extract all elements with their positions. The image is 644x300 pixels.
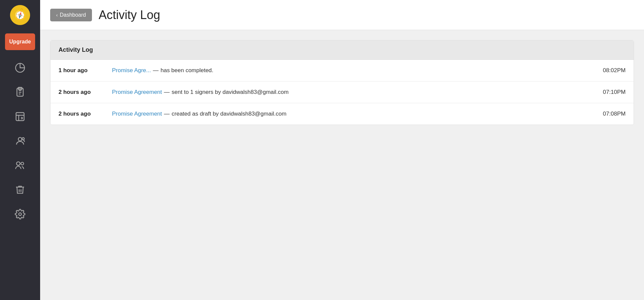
activity-timestamp-1: 08:02PM	[592, 67, 626, 74]
activity-log-card-header: Activity Log	[50, 40, 634, 60]
chevron-left-icon: ‹	[56, 12, 58, 18]
sidebar-item-settings[interactable]	[0, 203, 40, 225]
sidebar-item-documents[interactable]	[0, 81, 40, 103]
svg-point-12	[19, 213, 21, 215]
activity-description-3: created as draft by davidwalsh83@gmail.c…	[172, 111, 286, 117]
activity-description-1: has been completed.	[160, 67, 213, 74]
activity-link-1[interactable]: Promise Agre...	[112, 67, 151, 74]
main-area: ‹ Dashboard Activity Log Activity Log 1 …	[40, 0, 644, 300]
activity-time-1: 1 hour ago	[59, 67, 112, 74]
settings-icon	[15, 209, 25, 219]
activity-log-card: Activity Log 1 hour ago Promise Agre... …	[50, 40, 634, 125]
table-row: 1 hour ago Promise Agre... — has been co…	[50, 60, 634, 82]
activity-timestamp-3: 07:08PM	[592, 111, 626, 117]
logo-circle: 🧭	[10, 5, 30, 25]
activity-separator-2: —	[164, 89, 170, 96]
upgrade-button[interactable]: Upgrade	[5, 33, 35, 50]
activity-desc-1: Promise Agre... — has been completed.	[112, 67, 592, 74]
sidebar-item-trash[interactable]	[0, 179, 40, 200]
contacts-icon	[15, 136, 25, 146]
documents-icon	[15, 87, 25, 98]
activity-timestamp-2: 07:10PM	[592, 89, 626, 96]
activity-link-2[interactable]: Promise Agreement	[112, 89, 162, 96]
sidebar-nav	[0, 57, 40, 225]
table-row: 2 hours ago Promise Agreement — sent to …	[50, 82, 634, 103]
svg-point-9	[22, 138, 24, 140]
topbar: ‹ Dashboard Activity Log	[40, 0, 644, 30]
activity-time-2: 2 hours ago	[59, 89, 112, 96]
reports-icon	[15, 62, 25, 73]
activity-desc-2: Promise Agreement — sent to 1 signers by…	[112, 89, 592, 96]
activity-desc-3: Promise Agreement — created as draft by …	[112, 111, 592, 117]
table-row: 2 hours ago Promise Agreement — created …	[50, 103, 634, 125]
sidebar-item-users[interactable]	[0, 154, 40, 176]
sidebar-item-templates[interactable]	[0, 106, 40, 127]
sidebar-item-contacts[interactable]	[0, 130, 40, 152]
sidebar-logo: 🧭	[0, 0, 40, 30]
activity-link-3[interactable]: Promise Agreement	[112, 111, 162, 117]
activity-separator-1: —	[153, 67, 158, 74]
svg-point-10	[16, 162, 20, 165]
activity-separator-3: —	[164, 111, 170, 117]
sidebar-item-reports[interactable]	[0, 57, 40, 79]
sidebar: 🧭 Upgrade	[0, 0, 40, 300]
trash-icon	[15, 184, 25, 195]
templates-icon	[15, 111, 25, 122]
content-area: Activity Log 1 hour ago Promise Agre... …	[40, 30, 644, 300]
users-icon	[15, 160, 25, 171]
activity-time-3: 2 hours ago	[59, 111, 112, 117]
back-to-dashboard-button[interactable]: ‹ Dashboard	[50, 9, 92, 21]
svg-point-11	[21, 162, 24, 165]
page-title: Activity Log	[99, 8, 160, 22]
compass-icon: 🧭	[12, 7, 28, 23]
back-button-label: Dashboard	[60, 12, 86, 18]
svg-rect-5	[16, 113, 24, 121]
svg-point-8	[18, 137, 22, 141]
activity-description-2: sent to 1 signers by davidwalsh83@gmail.…	[172, 89, 289, 96]
